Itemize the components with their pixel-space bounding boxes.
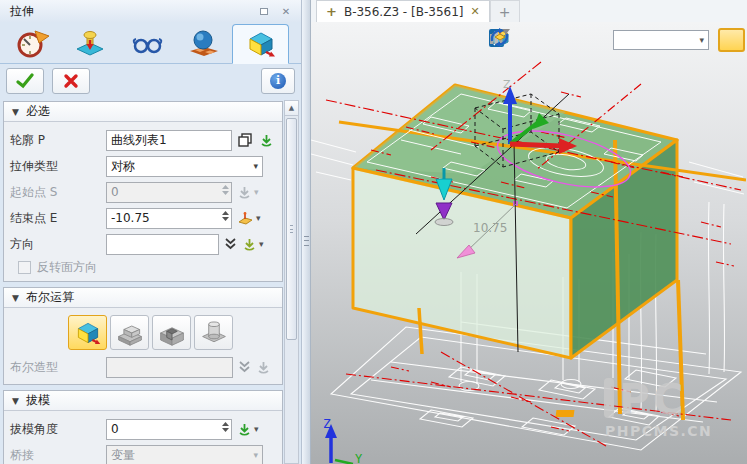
flip-face-label: 反转面方向	[37, 259, 97, 276]
offset-hand-icon[interactable]: ▾	[237, 211, 261, 226]
apply-arrow-icon[interactable]: ▾	[242, 237, 264, 252]
view-combo[interactable]: ▾	[613, 30, 709, 50]
tab-stamp[interactable]	[61, 24, 118, 64]
end-point-input[interactable]	[106, 208, 232, 229]
panel-splitter[interactable]	[302, 0, 311, 464]
ok-button[interactable]	[6, 68, 44, 94]
boolean-union-button[interactable]	[110, 315, 149, 350]
expand-chevrons-icon[interactable]	[224, 237, 237, 251]
erase-button[interactable]	[520, 29, 542, 51]
tab-close-icon[interactable]: ✕	[470, 5, 479, 18]
draft-angle-input[interactable]	[106, 419, 232, 440]
draft-angle-label: 拔模角度	[10, 421, 106, 438]
close-button[interactable]: ✕	[277, 4, 295, 18]
viewport-area: + B-356.Z3 - [B-3561] ✕ +	[311, 0, 747, 464]
new-tab-button[interactable]: +	[490, 0, 520, 22]
extrude-type-select[interactable]: ▾	[106, 156, 263, 177]
field-bridge: 桥接 ▾	[10, 443, 276, 464]
field-draft-angle: 拔模角度	[10, 417, 276, 441]
section-boolean: ▼ 布尔运算	[3, 287, 283, 385]
boolean-base-button[interactable]	[68, 315, 107, 350]
dropdown-disabled-icon: ▾	[249, 450, 262, 460]
document-tab-title: B-356.Z3 - [B-3561]	[344, 5, 464, 19]
direction-input[interactable]	[106, 234, 219, 255]
info-button[interactable]: i	[261, 68, 295, 94]
combo-dropdown-icon[interactable]: ▾	[699, 35, 708, 45]
section-required-title: 必选	[26, 103, 50, 120]
boolean-mode-group	[4, 312, 282, 353]
thumb-grip-icon	[290, 225, 293, 233]
scrollbar-thumb[interactable]	[286, 118, 297, 340]
form-scrollbar[interactable]: ▲	[284, 100, 299, 464]
field-boolean-shape: 布尔造型	[10, 355, 276, 379]
dimension-label: 10.75	[473, 221, 507, 235]
extrude-type-label: 拉伸类型	[10, 158, 106, 175]
restore-button[interactable]	[255, 4, 273, 18]
collapse-icon: ▼	[12, 396, 19, 406]
boolean-subtract-button[interactable]	[152, 315, 191, 350]
tab-plus-icon: +	[326, 4, 337, 19]
dialog-titlebar[interactable]: 拉伸 ✕	[0, 0, 301, 22]
bridge-label: 桥接	[10, 447, 106, 464]
start-point-label: 起始点 S	[10, 184, 106, 201]
section-draft: ▼ 拔模 拔模角度	[3, 390, 283, 464]
scroll-up-button[interactable]: ▲	[285, 101, 298, 116]
field-extrude-type: 拉伸类型 ▾	[10, 154, 276, 178]
field-flip-face: 反转面方向	[10, 258, 276, 276]
spinner-icon[interactable]	[222, 211, 229, 221]
cancel-button[interactable]	[52, 68, 90, 94]
model-scene[interactable]: Z 10.75	[311, 22, 746, 464]
document-tabbar: + B-356.Z3 - [B-3561] ✕ +	[311, 0, 747, 22]
splitter-grip-icon	[304, 236, 309, 246]
end-point-label: 结束点 E	[10, 210, 106, 227]
boolean-intersect-button[interactable]	[194, 315, 233, 350]
info-icon: i	[270, 73, 286, 89]
boolean-shape-label: 布尔造型	[10, 359, 106, 376]
tab-sphere[interactable]	[175, 24, 232, 64]
tab-gauge[interactable]	[4, 24, 61, 64]
expand-chevrons-disabled-icon	[238, 360, 251, 374]
pillar-foot	[555, 410, 574, 417]
dropdown-icon: ▾	[249, 161, 262, 171]
dialog-form: ▼ 必选 轮廓 P	[0, 97, 301, 464]
section-required-header[interactable]: ▼ 必选	[4, 102, 282, 122]
section-boolean-title: 布尔运算	[26, 289, 74, 306]
start-point-input	[106, 182, 232, 203]
base-solid-icon	[73, 319, 103, 347]
filter-button[interactable]	[582, 29, 604, 51]
show-target-button[interactable]	[551, 29, 573, 51]
pick-list-icon[interactable]	[237, 132, 254, 148]
axis-y-label: Y	[355, 452, 363, 464]
apply-arrow-disabled-icon	[256, 360, 271, 375]
auto-rotate-view-button[interactable]	[718, 28, 745, 52]
glasses-icon	[130, 28, 164, 60]
apply-arrow-icon[interactable]: ▾	[237, 422, 259, 437]
field-profile: 轮廓 P	[10, 128, 276, 152]
flip-face-checkbox[interactable]	[18, 261, 31, 274]
apply-arrow-icon[interactable]	[259, 133, 274, 148]
x-axis-arrow[interactable]	[510, 144, 561, 146]
watermark-logo: PC	[619, 375, 687, 424]
section-draft-title: 拔模	[26, 392, 50, 409]
profile-input[interactable]	[106, 130, 232, 151]
extrude-preview-box[interactable]	[339, 85, 746, 420]
boolean-shape-input	[106, 357, 233, 378]
bridge-select: ▾	[106, 445, 263, 464]
spinner-icon[interactable]	[222, 422, 229, 432]
section-draft-header[interactable]: ▼ 拔模	[4, 391, 282, 411]
viewport-toolbar: ▾	[489, 28, 745, 52]
tab-extrude[interactable]	[232, 24, 289, 64]
tab-glasses[interactable]	[118, 24, 175, 64]
field-end-point: 结束点 E	[10, 206, 276, 230]
union-icon	[115, 319, 145, 347]
feature-tabstrip	[0, 22, 301, 64]
gauge-icon	[16, 28, 50, 60]
check-icon	[16, 73, 34, 89]
section-boolean-header[interactable]: ▼ 布尔运算	[4, 288, 282, 308]
axis-indicator: Z Y	[323, 416, 363, 464]
model-canvas[interactable]: ▾	[311, 22, 747, 464]
dialog-title: 拉伸	[10, 3, 251, 20]
dialog-actions: i	[0, 64, 301, 97]
document-tab[interactable]: + B-356.Z3 - [B-3561] ✕	[316, 0, 490, 22]
field-start-point: 起始点 S	[10, 180, 276, 204]
